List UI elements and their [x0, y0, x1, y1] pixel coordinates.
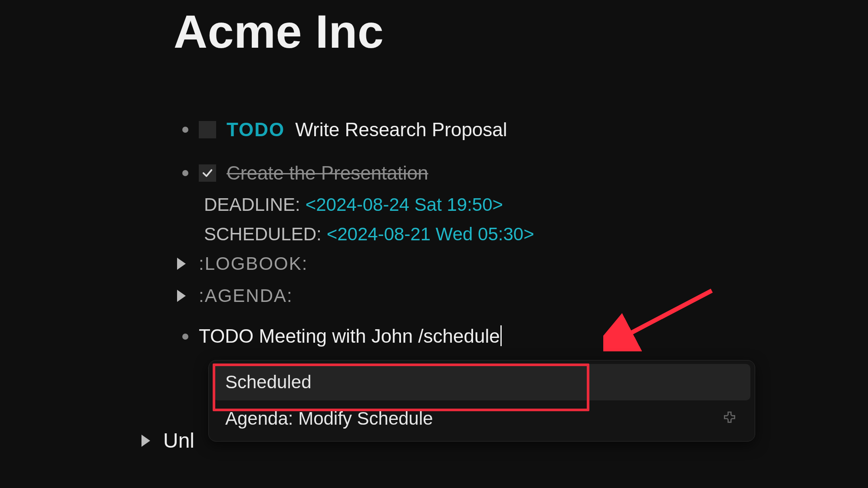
popup-item-label: Agenda: Modify Schedule	[225, 408, 433, 429]
task-row[interactable]: TODO Write Research Proposal	[182, 119, 507, 141]
task-checkbox[interactable]	[199, 121, 216, 138]
annotation-arrow-icon	[603, 286, 716, 351]
task-row-editing[interactable]: TODO Meeting with John /schedule	[182, 325, 502, 348]
page-title: Acme Inc	[174, 4, 384, 59]
command-popup: Scheduled Agenda: Modify Schedule	[208, 360, 755, 442]
todo-keyword: TODO	[227, 119, 285, 141]
bullet-icon[interactable]	[182, 334, 188, 340]
task-title[interactable]: Write Research Proposal	[295, 119, 507, 141]
deadline-label: DEADLINE:	[204, 194, 300, 215]
task-input-text[interactable]: TODO Meeting with John /schedule	[199, 325, 502, 348]
drawer-logbook[interactable]: :LOGBOOK:	[177, 253, 308, 274]
outline-page: Acme Inc TODO Write Research Proposal Cr…	[0, 0, 868, 488]
popup-item-agenda-modify[interactable]: Agenda: Modify Schedule	[213, 400, 750, 437]
drawer-label: :AGENDA:	[199, 285, 293, 306]
drawer-agenda[interactable]: :AGENDA:	[177, 285, 293, 306]
deadline-timestamp[interactable]: <2024-08-24 Sat 19:50>	[306, 194, 503, 215]
bullet-icon[interactable]	[182, 170, 188, 176]
scheduled-timestamp[interactable]: <2024-08-21 Wed 05:30>	[327, 224, 534, 245]
svg-line-0	[621, 291, 712, 338]
bullet-icon[interactable]	[182, 127, 188, 133]
scheduled-label: SCHEDULED:	[204, 224, 322, 245]
scheduled-line: SCHEDULED: <2024-08-21 Wed 05:30>	[204, 224, 534, 245]
task-checkbox-checked[interactable]	[199, 164, 216, 182]
deadline-line: DEADLINE: <2024-08-24 Sat 19:50>	[204, 194, 503, 215]
popup-item-scheduled[interactable]: Scheduled	[213, 364, 750, 400]
collapsed-section[interactable]: Unl	[141, 429, 194, 452]
chevron-right-icon	[177, 290, 186, 302]
section-title-fragment: Unl	[163, 429, 194, 452]
task-title[interactable]: Create the Presentation	[227, 162, 428, 184]
check-icon	[201, 167, 214, 179]
text-cursor-icon	[500, 325, 502, 346]
popup-item-label: Scheduled	[225, 372, 312, 393]
drawer-label: :LOGBOOK:	[199, 253, 308, 274]
editing-content: TODO Meeting with John /schedule	[199, 325, 500, 347]
extension-icon	[721, 410, 738, 427]
chevron-right-icon	[141, 435, 150, 447]
chevron-right-icon	[177, 258, 186, 270]
task-row[interactable]: Create the Presentation	[182, 162, 428, 184]
